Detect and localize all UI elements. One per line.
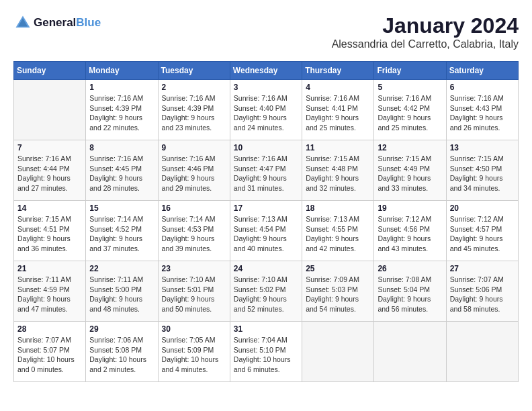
day-number: 6 (450, 83, 515, 92)
calendar-week-4: 21Sunrise: 7:11 AM Sunset: 4:59 PM Dayli… (14, 261, 519, 322)
day-number: 20 (450, 203, 515, 213)
day-header-saturday: Saturday (446, 62, 518, 80)
location-title: Alessandria del Carretto, Calabria, Ital… (332, 38, 519, 50)
day-number: 9 (162, 143, 226, 152)
day-info: Sunrise: 7:14 AM Sunset: 4:52 PM Dayligh… (89, 214, 154, 254)
day-number: 21 (17, 264, 82, 273)
day-number: 30 (162, 324, 226, 334)
calendar-cell: 14Sunrise: 7:15 AM Sunset: 4:51 PM Dayli… (14, 201, 86, 261)
calendar-cell: 27Sunrise: 7:07 AM Sunset: 5:06 PM Dayli… (446, 261, 518, 322)
day-info: Sunrise: 7:10 AM Sunset: 5:02 PM Dayligh… (234, 275, 298, 314)
day-number: 27 (450, 264, 515, 273)
calendar-cell: 1Sunrise: 7:16 AM Sunset: 4:39 PM Daylig… (86, 80, 158, 140)
day-header-tuesday: Tuesday (158, 62, 230, 80)
day-info: Sunrise: 7:06 AM Sunset: 5:08 PM Dayligh… (89, 335, 154, 375)
calendar-cell: 12Sunrise: 7:15 AM Sunset: 4:49 PM Dayli… (374, 140, 446, 201)
page-header: GeneralBlue January 2024 Alessandria del… (13, 13, 519, 50)
day-number: 11 (306, 143, 370, 152)
logo-blue: Blue (76, 16, 101, 29)
day-info: Sunrise: 7:16 AM Sunset: 4:46 PM Dayligh… (162, 154, 226, 193)
day-info: Sunrise: 7:14 AM Sunset: 4:53 PM Dayligh… (162, 214, 226, 254)
day-number: 14 (17, 203, 82, 213)
calendar-cell: 16Sunrise: 7:14 AM Sunset: 4:53 PM Dayli… (158, 201, 230, 261)
calendar-cell: 24Sunrise: 7:10 AM Sunset: 5:02 PM Dayli… (230, 261, 302, 322)
logo: GeneralBlue (13, 13, 101, 32)
day-header-sunday: Sunday (14, 62, 86, 80)
calendar-cell: 4Sunrise: 7:16 AM Sunset: 4:41 PM Daylig… (302, 80, 374, 140)
calendar-cell: 10Sunrise: 7:16 AM Sunset: 4:47 PM Dayli… (230, 140, 302, 201)
day-number: 22 (89, 264, 154, 273)
day-info: Sunrise: 7:15 AM Sunset: 4:48 PM Dayligh… (306, 154, 370, 193)
calendar-cell: 30Sunrise: 7:05 AM Sunset: 5:09 PM Dayli… (158, 322, 230, 382)
day-number: 4 (306, 83, 370, 92)
day-info: Sunrise: 7:16 AM Sunset: 4:41 PM Dayligh… (306, 93, 370, 133)
day-info: Sunrise: 7:15 AM Sunset: 4:51 PM Dayligh… (17, 214, 82, 254)
calendar-table: SundayMondayTuesdayWednesdayThursdayFrid… (13, 61, 519, 382)
calendar-header-row: SundayMondayTuesdayWednesdayThursdayFrid… (14, 62, 519, 80)
calendar-cell (446, 322, 518, 382)
day-info: Sunrise: 7:16 AM Sunset: 4:39 PM Dayligh… (162, 93, 226, 133)
day-number: 3 (234, 83, 298, 92)
day-number: 8 (89, 143, 154, 152)
title-block: January 2024 Alessandria del Carretto, C… (332, 13, 519, 50)
calendar-cell: 7Sunrise: 7:16 AM Sunset: 4:44 PM Daylig… (14, 140, 86, 201)
calendar-cell: 21Sunrise: 7:11 AM Sunset: 4:59 PM Dayli… (14, 261, 86, 322)
day-info: Sunrise: 7:16 AM Sunset: 4:43 PM Dayligh… (450, 93, 515, 133)
day-number: 16 (162, 203, 226, 213)
month-title: January 2024 (332, 13, 519, 38)
calendar-week-1: 1Sunrise: 7:16 AM Sunset: 4:39 PM Daylig… (14, 80, 519, 140)
calendar-cell: 2Sunrise: 7:16 AM Sunset: 4:39 PM Daylig… (158, 80, 230, 140)
day-number: 31 (234, 324, 298, 334)
day-header-wednesday: Wednesday (230, 62, 302, 80)
day-number: 10 (234, 143, 298, 152)
day-info: Sunrise: 7:07 AM Sunset: 5:07 PM Dayligh… (17, 335, 82, 375)
logo-icon (13, 13, 32, 32)
calendar-cell: 26Sunrise: 7:08 AM Sunset: 5:04 PM Dayli… (374, 261, 446, 322)
day-number: 17 (234, 203, 298, 213)
calendar-cell: 15Sunrise: 7:14 AM Sunset: 4:52 PM Dayli… (86, 201, 158, 261)
calendar-cell: 20Sunrise: 7:12 AM Sunset: 4:57 PM Dayli… (446, 201, 518, 261)
day-info: Sunrise: 7:15 AM Sunset: 4:49 PM Dayligh… (378, 154, 442, 193)
day-number: 23 (162, 264, 226, 273)
calendar-cell: 18Sunrise: 7:13 AM Sunset: 4:55 PM Dayli… (302, 201, 374, 261)
day-info: Sunrise: 7:15 AM Sunset: 4:50 PM Dayligh… (450, 154, 515, 193)
logo-general: General (34, 16, 76, 29)
day-number: 5 (378, 83, 442, 92)
calendar-week-3: 14Sunrise: 7:15 AM Sunset: 4:51 PM Dayli… (14, 201, 519, 261)
calendar-cell: 31Sunrise: 7:04 AM Sunset: 5:10 PM Dayli… (230, 322, 302, 382)
day-number: 26 (378, 264, 442, 273)
calendar-cell (302, 322, 374, 382)
day-info: Sunrise: 7:12 AM Sunset: 4:57 PM Dayligh… (450, 214, 515, 254)
calendar-cell: 6Sunrise: 7:16 AM Sunset: 4:43 PM Daylig… (446, 80, 518, 140)
day-info: Sunrise: 7:11 AM Sunset: 5:00 PM Dayligh… (89, 275, 154, 314)
day-header-friday: Friday (374, 62, 446, 80)
day-info: Sunrise: 7:16 AM Sunset: 4:44 PM Dayligh… (17, 154, 82, 193)
day-info: Sunrise: 7:16 AM Sunset: 4:42 PM Dayligh… (378, 93, 442, 133)
calendar-cell: 8Sunrise: 7:16 AM Sunset: 4:45 PM Daylig… (86, 140, 158, 201)
day-header-thursday: Thursday (302, 62, 374, 80)
day-info: Sunrise: 7:07 AM Sunset: 5:06 PM Dayligh… (450, 275, 515, 314)
day-info: Sunrise: 7:12 AM Sunset: 4:56 PM Dayligh… (378, 214, 442, 254)
day-info: Sunrise: 7:16 AM Sunset: 4:39 PM Dayligh… (89, 93, 154, 133)
day-number: 24 (234, 264, 298, 273)
calendar-cell: 5Sunrise: 7:16 AM Sunset: 4:42 PM Daylig… (374, 80, 446, 140)
calendar-cell: 13Sunrise: 7:15 AM Sunset: 4:50 PM Dayli… (446, 140, 518, 201)
day-number: 29 (89, 324, 154, 334)
day-info: Sunrise: 7:13 AM Sunset: 4:55 PM Dayligh… (306, 214, 370, 254)
day-number: 13 (450, 143, 515, 152)
day-number: 7 (17, 143, 82, 152)
day-number: 25 (306, 264, 370, 273)
calendar-cell: 19Sunrise: 7:12 AM Sunset: 4:56 PM Dayli… (374, 201, 446, 261)
day-number: 19 (378, 203, 442, 213)
calendar-cell (374, 322, 446, 382)
day-info: Sunrise: 7:09 AM Sunset: 5:03 PM Dayligh… (306, 275, 370, 314)
day-info: Sunrise: 7:16 AM Sunset: 4:45 PM Dayligh… (89, 154, 154, 193)
calendar-cell: 17Sunrise: 7:13 AM Sunset: 4:54 PM Dayli… (230, 201, 302, 261)
day-number: 1 (89, 83, 154, 92)
calendar-week-5: 28Sunrise: 7:07 AM Sunset: 5:07 PM Dayli… (14, 322, 519, 382)
day-number: 12 (378, 143, 442, 152)
day-info: Sunrise: 7:05 AM Sunset: 5:09 PM Dayligh… (162, 335, 226, 375)
day-info: Sunrise: 7:04 AM Sunset: 5:10 PM Dayligh… (234, 335, 298, 375)
day-info: Sunrise: 7:16 AM Sunset: 4:47 PM Dayligh… (234, 154, 298, 193)
day-info: Sunrise: 7:11 AM Sunset: 4:59 PM Dayligh… (17, 275, 82, 314)
